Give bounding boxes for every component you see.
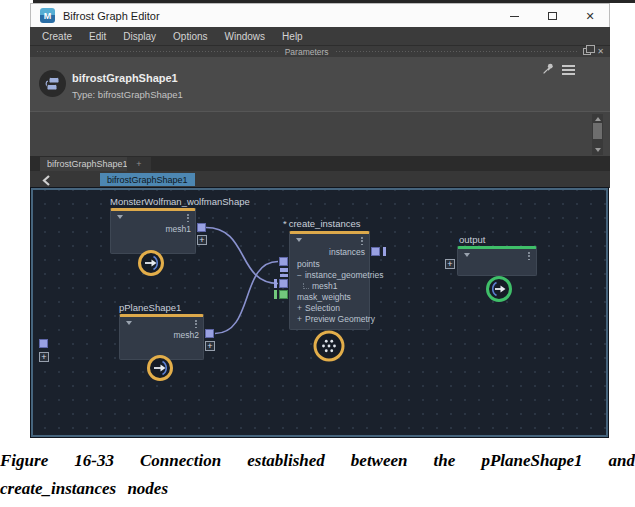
add-port-button-monster[interactable]: + [197,235,207,245]
breadcrumb-current[interactable]: bifrostGraphShape1 [100,173,195,186]
port-label-selection[interactable]: +Selection [297,303,340,313]
vertical-scrollbar[interactable] [592,114,603,155]
maximize-button[interactable] [533,4,571,28]
node-title-pplaneshape1[interactable]: pPlaneShape1 [119,302,181,313]
port-label-mask-weights: mask_weights [297,292,351,302]
pin-icon[interactable] [542,61,555,79]
port-mesh1-bar [274,279,277,288]
selected-node-name: bifrostGraphShape1 [72,72,178,84]
dirty-mark: * [283,218,287,229]
caption-line-1: Figure 16-33 Connection established betw… [0,447,635,475]
parameters-panel-header[interactable]: Parameters ✕ [30,45,610,57]
menu-bar: Create Edit Display Options Windows Help [30,27,610,45]
node-create-instances[interactable]: instances points −instance_geometries me… [289,231,370,330]
menu-edit[interactable]: Edit [89,31,106,42]
instances-node-badge-icon[interactable] [311,328,347,368]
tab-label: bifrostGraphShape1 [47,159,128,169]
expand-plus-icon: + [297,303,302,313]
selected-node-type: Type: bifrostGraphShape1 [72,89,183,100]
node-menu-icon[interactable] [195,320,197,328]
grip-texture [36,50,279,54]
port-label-mesh1-out: mesh1 [165,224,191,234]
port-instances-bar [383,247,386,256]
node-menu-icon[interactable] [361,237,363,245]
menu-help[interactable]: Help [282,31,303,42]
close-button[interactable]: ✕ [571,4,609,28]
page: M Bifrost Graph Editor ✕ Create Edit Dis… [0,0,635,507]
port-label-mesh2-out: mesh2 [173,330,199,340]
expand-plus-icon: + [297,314,302,324]
input-node-badge-icon[interactable] [145,353,175,387]
bifrost-shape-icon [39,70,66,97]
node-collapse-caret-icon[interactable] [464,253,470,257]
port-points-input[interactable] [279,257,288,266]
node-menu-icon[interactable] [187,214,189,222]
output-node-badge-icon[interactable] [484,274,514,308]
input-node-badge-icon[interactable] [136,248,166,282]
node-menu-icon[interactable] [528,252,530,260]
panel-close-icon[interactable]: ✕ [597,48,604,56]
minimize-button[interactable] [495,4,533,28]
minimize-icon [510,16,519,17]
node-collapse-caret-icon[interactable] [126,321,132,325]
port-label-instance-geometries: −instance_geometries [297,270,383,280]
bifrost-graph-editor-window: M Bifrost Graph Editor ✕ Create Edit Dis… [30,3,610,438]
scroll-down-arrow[interactable] [595,148,601,152]
graph-canvas[interactable]: + MonsterWolfman_wolfmanShape mesh1 + pP… [31,188,608,437]
wire-mesh1-to-create-instances [206,228,278,284]
node-collapse-caret-icon[interactable] [296,238,302,242]
wire-mesh2-to-points [215,262,278,334]
port-mask-weights-bar [274,290,277,299]
title-bar[interactable]: M Bifrost Graph Editor ✕ [30,3,610,27]
breadcrumb-bar: bifrostGraphShape1 [30,171,610,188]
port-label-points: points [297,259,320,269]
port-label-preview-geometry[interactable]: +Preview Geometry [297,314,375,324]
graph-input-port[interactable] [39,339,48,348]
port-mesh2-output[interactable] [205,329,214,338]
port-label-mesh1-in: mesh1 [297,281,338,291]
add-port-button-pplane[interactable]: + [205,341,215,351]
parameters-scroll-area [30,111,610,156]
maximize-icon [548,12,557,20]
node-output[interactable] [457,246,537,276]
menu-create[interactable]: Create [42,31,72,42]
node-collapse-caret-icon[interactable] [117,215,123,219]
scroll-up-arrow[interactable] [595,117,601,121]
port-instances-output[interactable] [371,247,380,256]
menu-options[interactable]: Options [173,31,207,42]
port-label-instances: instances [329,247,365,257]
grip-texture [335,50,578,54]
panel-menu-icon[interactable] [562,63,575,77]
port-mesh1-input[interactable] [279,279,288,288]
menu-display[interactable]: Display [123,31,156,42]
collapse-minus-icon: − [297,270,302,280]
menu-windows[interactable]: Windows [225,31,266,42]
add-port-button-output[interactable]: + [445,259,455,269]
new-tab-button[interactable]: + [127,157,151,171]
port-mask-weights-input[interactable] [279,290,288,299]
add-graph-input-button[interactable]: + [39,352,49,362]
node-title-create-instances[interactable]: *create_instances [283,218,361,229]
tree-elbow-icon [303,283,309,289]
window-controls: ✕ [495,4,609,28]
port-mesh1-output[interactable] [197,223,206,232]
node-title-monsterwolfman[interactable]: MonsterWolfman_wolfmanShape [110,196,250,207]
port-instance-geometries-input[interactable] [280,268,288,277]
float-panel-icon[interactable] [583,48,591,55]
close-icon: ✕ [585,11,594,22]
graph-tab-bar: bifrostGraphShape1 ✕ + [30,156,610,171]
caption-line-2: create_instances nodes [0,475,635,503]
window-title: Bifrost Graph Editor [63,10,160,22]
figure-caption: Figure 16-33 Connection established betw… [0,447,635,503]
parameters-panel-title: Parameters [285,47,329,57]
node-title-output[interactable]: output [459,234,485,245]
maya-app-icon: M [40,8,55,23]
scrollbar-thumb[interactable] [593,123,602,139]
parameters-panel: bifrostGraphShape1 Type: bifrostGraphSha… [30,57,610,111]
